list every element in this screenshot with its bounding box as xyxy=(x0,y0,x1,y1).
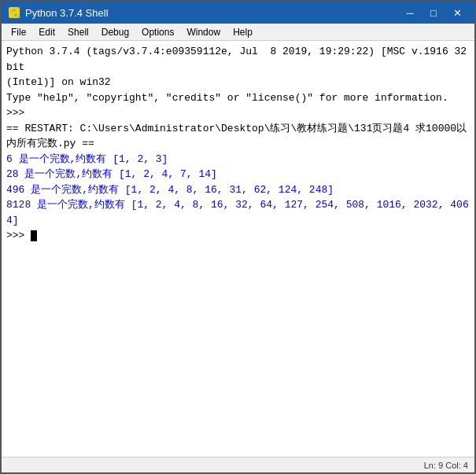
close-button[interactable]: ✕ xyxy=(446,5,468,20)
line-result-2: 28 是一个完数,约数有 [1, 2, 4, 7, 14] xyxy=(6,167,470,182)
line-4: >>> xyxy=(6,105,470,121)
cursor xyxy=(31,230,37,241)
title-bar: 🐍 Python 3.7.4 Shell ─ □ ✕ xyxy=(2,2,474,24)
console-wrapper: Python 3.7.4 (tags/v3.7.4:e09359112e, Ju… xyxy=(2,41,474,457)
status-right: Ln: 9 Col: 4 xyxy=(424,461,468,470)
line-result-4: 8128 是一个完数,约数有 [1, 2, 4, 8, 16, 32, 64, … xyxy=(6,197,470,228)
menu-file[interactable]: File xyxy=(5,25,32,39)
line-result-3: 496 是一个完数,约数有 [1, 2, 4, 8, 16, 31, 62, 1… xyxy=(6,182,470,198)
main-window: 🐍 Python 3.7.4 Shell ─ □ ✕ File Edit She… xyxy=(0,0,476,474)
svg-text:🐍: 🐍 xyxy=(10,8,20,19)
console-output[interactable]: Python 3.7.4 (tags/v3.7.4:e09359112e, Ju… xyxy=(2,41,474,457)
line-3: Type "help", "copyright", "credits" or "… xyxy=(6,90,470,106)
menu-options[interactable]: Options xyxy=(135,25,180,39)
window-controls: ─ □ ✕ xyxy=(399,5,468,20)
minimize-button[interactable]: ─ xyxy=(399,5,421,20)
line-1: Python 3.7.4 (tags/v3.7.4:e09359112e, Ju… xyxy=(6,44,470,75)
menu-window[interactable]: Window xyxy=(180,25,227,39)
window-title: Python 3.7.4 Shell xyxy=(25,7,399,19)
line-2: (Intel)] on win32 xyxy=(6,75,470,90)
menu-bar: File Edit Shell Debug Options Window Hel… xyxy=(2,24,474,41)
line-result-1: 6 是一个完数,约数有 [1, 2, 3] xyxy=(6,152,470,167)
menu-help[interactable]: Help xyxy=(227,25,259,39)
menu-shell[interactable]: Shell xyxy=(61,25,95,39)
maximize-button[interactable]: □ xyxy=(422,5,445,20)
menu-edit[interactable]: Edit xyxy=(32,25,61,39)
window-icon: 🐍 xyxy=(8,6,20,19)
menu-debug[interactable]: Debug xyxy=(95,25,135,39)
line-prompt: >>> xyxy=(6,228,470,244)
status-bar: Ln: 9 Col: 4 xyxy=(2,457,474,472)
line-restart: == RESTART: C:\Users\Administrator\Deskt… xyxy=(6,121,470,152)
